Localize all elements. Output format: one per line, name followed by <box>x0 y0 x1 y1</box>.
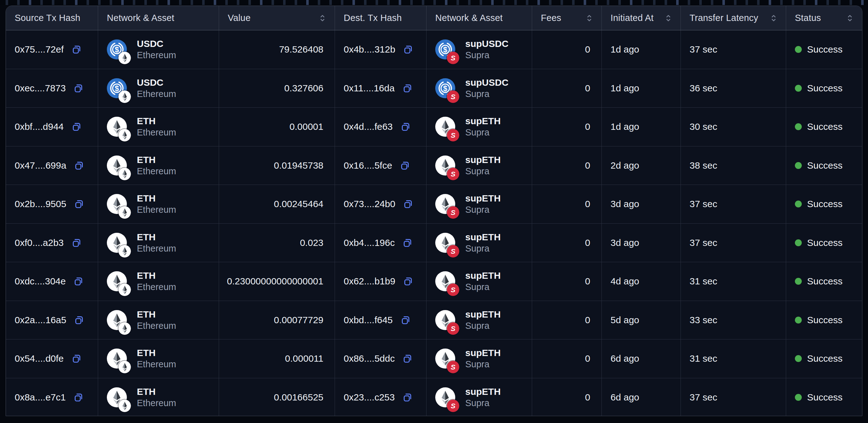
asset-coin-icon: S <box>435 387 455 407</box>
fees-amount: 0 <box>585 160 590 171</box>
source-network-asset-cell: $USDCEthereum <box>98 69 219 108</box>
value-cell: 0.327606 <box>219 69 335 108</box>
source-tx-hash-cell: 0xf0....a2b3 <box>6 224 98 262</box>
source-tx-hash-cell: 0x2a....16a5 <box>6 301 98 339</box>
status-cell: Success <box>786 30 862 69</box>
ethereum-network-badge-icon <box>118 168 131 180</box>
initiated-at-cell: 3d ago <box>602 185 681 223</box>
source-tx-hash: 0x47....699a <box>15 160 66 171</box>
table-row: 0xec....7873$USDCEthereum0.3276060x11...… <box>6 69 862 108</box>
copy-source-hash-button[interactable] <box>74 315 84 326</box>
value-amount: 0.00077729 <box>274 315 324 326</box>
asset-network: Ethereum <box>137 282 176 292</box>
asset-coin-icon <box>107 156 127 175</box>
status-cell: Success <box>786 69 862 108</box>
column-header-value[interactable]: Value <box>219 6 335 30</box>
source-tx-hash: 0x2a....16a5 <box>15 315 66 326</box>
fees-cell: 0 <box>532 108 602 146</box>
status-cell: Success <box>786 262 862 301</box>
asset-network: Ethereum <box>137 166 176 176</box>
status-label: Success <box>807 276 842 287</box>
copy-dest-hash-button[interactable] <box>402 83 413 93</box>
column-header-status[interactable]: Status <box>786 6 862 30</box>
transfer-latency: 38 sec <box>690 160 717 171</box>
copy-dest-hash-button[interactable] <box>403 276 413 287</box>
copy-source-hash-button[interactable] <box>74 199 84 209</box>
initiated-at-cell: 4d ago <box>602 262 681 301</box>
copy-icon <box>71 237 82 248</box>
asset-text: ETHEthereum <box>137 232 176 254</box>
dest-network-asset-cell: SsupETHSupra <box>427 146 532 185</box>
copy-icon <box>403 276 413 287</box>
dest-tx-hash-cell: 0x86....5ddc <box>335 339 427 378</box>
sort-chevrons-icon <box>770 13 778 23</box>
status-cell: Success <box>786 224 862 262</box>
asset-coin-icon: S <box>435 348 455 369</box>
dest-tx-hash-cell: 0x23....c253 <box>335 378 427 417</box>
dest-tx-hash: 0x86....5ddc <box>344 353 395 364</box>
sort-button[interactable] <box>846 13 854 23</box>
success-status-dot <box>795 394 802 401</box>
initiated-at: 1d ago <box>611 121 639 132</box>
copy-dest-hash-button[interactable] <box>400 315 411 326</box>
sort-button[interactable] <box>770 13 778 23</box>
source-tx-hash-cell: 0xdc....304e <box>6 262 98 301</box>
dest-tx-hash-cell: 0x11....16da <box>335 69 427 108</box>
copy-icon <box>74 315 84 326</box>
ethereum-network-badge-icon <box>118 322 131 335</box>
copy-dest-hash-button[interactable] <box>402 237 413 248</box>
transfer-latency: 37 sec <box>690 392 717 403</box>
supra-network-badge-icon: S <box>447 361 459 373</box>
asset-coin-icon: $S <box>435 78 455 98</box>
column-header-initiated-at[interactable]: Initiated At <box>602 6 681 30</box>
copy-dest-hash-button[interactable] <box>400 121 411 132</box>
copy-icon <box>400 121 411 132</box>
asset-network: Supra <box>465 50 508 60</box>
dest-tx-hash-cell: 0x16....5fce <box>335 146 427 185</box>
asset-text: ETHEthereum <box>137 270 176 292</box>
asset-network: Supra <box>465 205 501 215</box>
copy-icon <box>74 199 84 209</box>
copy-icon <box>71 44 82 55</box>
ethereum-network-badge-icon <box>118 399 131 412</box>
asset-network: Supra <box>465 128 501 138</box>
asset-coin-icon: S <box>435 310 455 330</box>
asset-coin-icon <box>107 271 127 291</box>
copy-source-hash-button[interactable] <box>74 160 84 171</box>
transfer-latency-cell: 37 sec <box>681 30 786 69</box>
copy-icon <box>403 44 413 55</box>
dest-tx-hash-cell: 0x73....24b0 <box>335 185 427 223</box>
copy-dest-hash-button[interactable] <box>403 199 413 209</box>
copy-source-hash-button[interactable] <box>71 44 82 55</box>
status-label: Success <box>807 392 842 403</box>
dest-network-asset-cell: $SsupUSDCSupra <box>427 30 532 69</box>
sort-chevrons-icon <box>318 13 327 23</box>
success-status-dot <box>795 201 802 207</box>
svg-text:S: S <box>451 170 455 178</box>
column-header-fees[interactable]: Fees <box>532 6 602 30</box>
copy-dest-hash-button[interactable] <box>400 160 410 171</box>
dest-tx-hash: 0x73....24b0 <box>344 199 395 209</box>
copy-source-hash-button[interactable] <box>73 392 84 403</box>
copy-dest-hash-button[interactable] <box>403 44 413 55</box>
dest-tx-hash: 0x62....b1b9 <box>344 276 395 287</box>
sort-button[interactable] <box>318 13 327 23</box>
transfer-latency-cell: 30 sec <box>681 108 786 146</box>
sort-button[interactable] <box>664 13 673 23</box>
copy-source-hash-button[interactable] <box>71 353 82 364</box>
copy-source-hash-button[interactable] <box>71 237 82 248</box>
sort-button[interactable] <box>585 13 593 23</box>
copy-dest-hash-button[interactable] <box>402 392 413 403</box>
initiated-at: 6d ago <box>611 353 639 364</box>
dest-network-asset-cell: SsupETHSupra <box>427 339 532 378</box>
dest-tx-hash: 0xb4....196c <box>344 237 395 248</box>
copy-source-hash-button[interactable] <box>73 276 84 287</box>
copy-source-hash-button[interactable] <box>71 121 82 132</box>
source-tx-hash-cell: 0xbf....d944 <box>6 108 98 146</box>
copy-dest-hash-button[interactable] <box>402 353 413 364</box>
table-row: 0x8a....e7c1ETHEthereum0.001665250x23...… <box>6 378 862 417</box>
copy-source-hash-button[interactable] <box>73 83 84 93</box>
status-cell: Success <box>786 378 862 417</box>
column-header-transfer-latency[interactable]: Transfer Latency <box>681 6 786 30</box>
asset-name: ETH <box>137 116 176 126</box>
